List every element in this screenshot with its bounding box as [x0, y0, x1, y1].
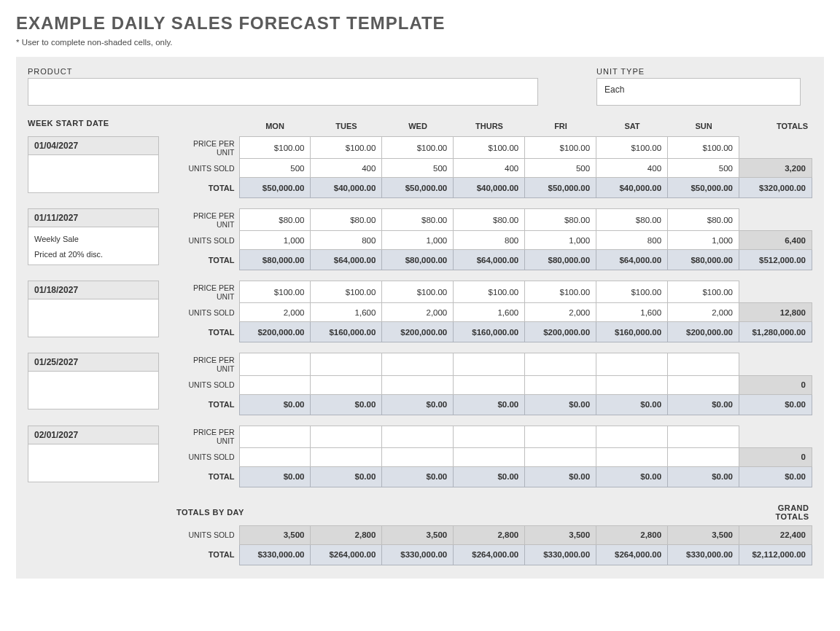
units-cell[interactable]: 2,000	[525, 303, 596, 322]
day-total-cell: $80,000.00	[668, 250, 739, 270]
units-cell[interactable]: 2,000	[668, 303, 739, 322]
summary-units-grand: 22,400	[739, 525, 812, 544]
week-notes[interactable]: Weekly SalePriced at 20% disc.	[28, 227, 158, 267]
week-start-box[interactable]: 01/04/2027	[28, 136, 159, 193]
week-block: 01/11/2027Weekly SalePriced at 20% disc.…	[28, 208, 812, 270]
day-head-fri: FRI	[525, 119, 596, 135]
units-cell[interactable]: 1,000	[668, 231, 739, 250]
units-cell[interactable]	[454, 447, 525, 466]
week-total-label: TOTAL	[174, 394, 239, 415]
units-cell[interactable]: 500	[382, 159, 454, 178]
price-cell[interactable]: $100.00	[382, 137, 454, 159]
day-header-table: MON TUES WED THURS FRI SAT SUN TOTALS	[174, 119, 812, 135]
units-cell[interactable]: 800	[454, 231, 525, 250]
units-cell[interactable]: 800	[311, 231, 382, 250]
units-cell[interactable]: 500	[668, 159, 739, 178]
units-cell[interactable]: 1,600	[311, 303, 382, 322]
units-cell[interactable]	[239, 447, 311, 466]
day-head-thu: THURS	[454, 119, 525, 135]
price-cell[interactable]: $100.00	[311, 281, 382, 303]
units-cell[interactable]: 400	[454, 159, 525, 178]
price-cell[interactable]	[596, 353, 668, 375]
units-cell[interactable]: 500	[239, 159, 311, 178]
units-cell[interactable]	[525, 375, 596, 394]
units-sold-label: UNITS SOLD	[174, 447, 239, 466]
price-cell[interactable]: $100.00	[454, 137, 525, 159]
price-cell[interactable]: $100.00	[239, 281, 311, 303]
price-cell[interactable]: $100.00	[668, 137, 739, 159]
week-start-box[interactable]: 01/18/2027	[28, 281, 159, 337]
price-cell[interactable]	[525, 353, 596, 375]
price-cell[interactable]: $100.00	[668, 281, 739, 303]
units-cell[interactable]: 1,000	[525, 231, 596, 250]
week-total-cell: $0.00	[739, 394, 812, 415]
day-total-cell: $80,000.00	[382, 250, 454, 270]
week-notes[interactable]	[28, 155, 158, 164]
price-cell[interactable]	[454, 353, 525, 375]
week-start-box[interactable]: 01/11/2027Weekly SalePriced at 20% disc.	[28, 208, 159, 265]
summary-units-thu: 2,800	[454, 525, 525, 544]
price-cell[interactable]: $100.00	[596, 281, 668, 303]
week-start-box[interactable]: 01/25/2027	[28, 353, 159, 409]
units-cell[interactable]: 1,600	[596, 303, 668, 322]
units-cell[interactable]	[668, 447, 739, 466]
price-cell[interactable]: $80.00	[668, 209, 739, 231]
price-cell[interactable]: $80.00	[239, 209, 311, 231]
units-cell[interactable]	[239, 375, 311, 394]
units-cell[interactable]: 2,000	[239, 303, 311, 322]
price-cell[interactable]: $100.00	[239, 137, 311, 159]
price-cell[interactable]	[668, 426, 739, 447]
price-cell[interactable]: $80.00	[596, 209, 668, 231]
units-cell[interactable]: 2,000	[382, 303, 454, 322]
week-date[interactable]: 01/04/2027	[28, 137, 158, 155]
units-cell[interactable]: 400	[311, 159, 382, 178]
price-cell[interactable]	[239, 353, 311, 375]
price-cell[interactable]	[239, 426, 311, 447]
units-cell[interactable]	[454, 375, 525, 394]
week-date[interactable]: 02/01/2027	[28, 426, 158, 444]
price-cell[interactable]: $80.00	[382, 209, 454, 231]
week-notes[interactable]	[28, 299, 158, 308]
price-cell[interactable]	[382, 353, 454, 375]
units-cell[interactable]	[382, 447, 454, 466]
price-cell[interactable]: $100.00	[454, 281, 525, 303]
product-input[interactable]	[28, 78, 538, 106]
price-cell[interactable]	[454, 426, 525, 447]
week-date[interactable]: 01/11/2027	[28, 209, 158, 227]
day-head-sun: SUN	[668, 119, 739, 135]
price-cell[interactable]: $100.00	[525, 137, 596, 159]
price-cell[interactable]	[668, 353, 739, 375]
units-cell[interactable]	[311, 375, 382, 394]
price-cell[interactable]: $80.00	[311, 209, 382, 231]
price-cell[interactable]: $100.00	[311, 137, 382, 159]
week-notes[interactable]	[28, 372, 158, 380]
price-cell[interactable]: $80.00	[454, 209, 525, 231]
week-date[interactable]: 01/25/2027	[28, 353, 158, 372]
week-date[interactable]: 01/18/2027	[28, 281, 158, 299]
units-cell[interactable]: 800	[596, 231, 668, 250]
units-cell[interactable]: 1,600	[454, 303, 525, 322]
units-cell[interactable]: 500	[525, 159, 596, 178]
week-start-box[interactable]: 02/01/2027	[28, 426, 159, 482]
units-cell[interactable]	[525, 447, 596, 466]
units-cell[interactable]	[382, 375, 454, 394]
week-notes[interactable]	[28, 444, 158, 453]
week-total-cell: $0.00	[739, 466, 812, 487]
units-cell[interactable]	[668, 375, 739, 394]
units-cell[interactable]: 1,000	[382, 231, 454, 250]
units-cell[interactable]	[596, 447, 668, 466]
price-cell[interactable]	[382, 426, 454, 447]
price-cell[interactable]	[596, 426, 668, 447]
units-cell[interactable]	[596, 375, 668, 394]
price-cell[interactable]	[525, 426, 596, 447]
price-cell[interactable]: $80.00	[525, 209, 596, 231]
price-cell[interactable]: $100.00	[382, 281, 454, 303]
units-cell[interactable]: 1,000	[239, 231, 311, 250]
units-cell[interactable]	[311, 447, 382, 466]
price-cell[interactable]: $100.00	[596, 137, 668, 159]
unit-type-input[interactable]: Each	[596, 78, 801, 106]
units-cell[interactable]: 400	[596, 159, 668, 178]
price-cell[interactable]	[311, 426, 382, 447]
price-cell[interactable]: $100.00	[525, 281, 596, 303]
price-cell[interactable]	[311, 353, 382, 375]
